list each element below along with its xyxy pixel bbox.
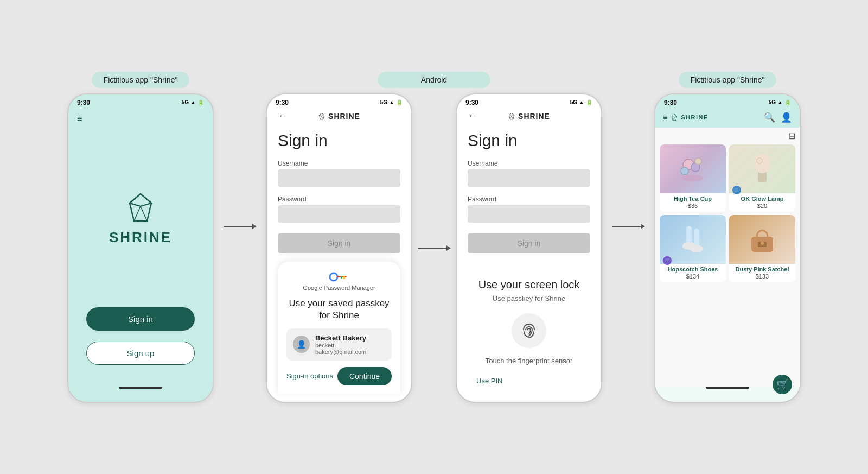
shrine-logo-icon-android1 [318,112,326,120]
arrow3 [612,226,644,227]
shrine2-product-content: ⊟ [655,128,800,387]
svg-line-17 [512,116,513,119]
back-icon-android1[interactable]: ← [278,110,288,122]
svg-point-29 [757,158,762,163]
product-img-hopscotch [660,215,726,264]
gpm-title: Use your saved passkey for Shrine [286,298,392,321]
product-card-hopscotch: 🛒 Hopscotch Shoes $134 [660,215,726,282]
high-tea-name: High Tea Cup [660,193,726,203]
android1-signin-btn[interactable]: Sign in [278,233,400,253]
filter-row: ⊟ [660,131,795,141]
continue-btn[interactable]: Continue [337,367,392,385]
svg-marker-7 [319,113,324,116]
profile-icon-shrine2[interactable]: 👤 [781,112,792,123]
ok-lamp-svg [746,150,778,188]
status-icons-shrine2: 5G ▲ 🔋 [769,99,791,105]
signal-icon-android1: ▲ [389,99,394,105]
phone-android-screenlock: 9:30 5G ▲ 🔋 ← [456,93,602,403]
arrow2-container [418,93,450,403]
arrow3-container [612,72,644,381]
svg-rect-13 [341,276,342,279]
signal-icon-shrine2: ▲ [777,99,783,105]
shrine-logo-icon-android2 [508,112,515,120]
section-shrine-right: Fictitious app "Shrine" 9:30 5G ▲ 🔋 ≡ [654,72,801,403]
android1-username-field[interactable] [278,169,400,187]
signal-icon-shrine1: ▲ [190,99,196,105]
float-cart-btn[interactable]: 🛒 [773,375,792,394]
svg-marker-19 [672,114,677,117]
screen-lock-sub: Use passkey for Shrine [476,294,582,302]
android2-username-field[interactable] [468,169,590,187]
android1-username-label: Username [278,160,400,167]
shrine1-buttons: Sign in Sign up [86,307,195,365]
time-android2: 9:30 [465,99,478,106]
shrine-diamond-icon [124,191,157,224]
time-android1: 9:30 [276,99,289,106]
dusty-name: Dusty Pink Satchel [729,264,795,273]
android2-password-field[interactable] [468,205,590,223]
high-tea-cup-svg [676,154,709,184]
search-icon-shrine2[interactable]: 🔍 [764,112,775,123]
svg-line-16 [510,116,512,119]
android1-screen: ← SHRINE Sign in Username [267,108,411,394]
svg-line-21 [674,117,676,121]
phone-shrine-products: 9:30 5G ▲ 🔋 ≡ [654,93,801,403]
android2-signin-btn[interactable]: Sign in [468,233,590,253]
android2-signin-title: Sign in [468,131,590,150]
shrine1-signin-btn[interactable]: Sign in [86,307,195,331]
product-grid: High Tea Cup $36 [660,144,795,282]
time-shrine1: 9:30 [77,99,90,106]
svg-line-5 [141,206,147,221]
account-email: beckett-bakery@gmail.com [315,342,385,355]
svg-point-33 [690,245,703,252]
status-icons-shrine1: 5G ▲ 🔋 [182,99,204,105]
menu-icon-shrine1[interactable]: ≡ [68,108,91,130]
android1-password-label: Password [278,195,400,203]
main-layout: Fictitious app "Shrine" 9:30 5G ▲ 🔋 ≡ [16,72,852,403]
shrine-topbar-logo-android2: SHRINE [508,112,550,121]
label-fictitious-right: Fictitious app "Shrine" [679,72,777,88]
battery-icon-android1: 🔋 [396,99,403,105]
status-bar-shrine2: 9:30 5G ▲ 🔋 [655,94,800,108]
svg-line-9 [322,116,323,119]
android2-password-label: Password [468,195,590,203]
sign-in-options-link[interactable]: Sign-in options [286,372,333,380]
svg-point-22 [682,175,704,181]
label-fictitious-left: Fictitious app "Shrine" [92,72,190,88]
account-name: Beckett Bakery [315,334,385,342]
android2-topbar: ← SHRINE [468,108,590,124]
android2-username-label: Username [468,160,590,167]
hopscotch-price: $134 [660,273,726,282]
ok-lamp-badge: 🛒 [732,186,741,194]
hopscotch-name: Hopscotch Shoes [660,264,726,273]
filter-icon[interactable]: ⊟ [788,131,795,141]
shrine2-diamond-icon [671,113,678,121]
status-bar-android1: 9:30 5G ▲ 🔋 [267,94,411,108]
menu-icon-shrine2[interactable]: ≡ [663,113,668,122]
dusty-price: $133 [729,273,795,282]
sheet-actions: Sign-in options Continue [286,367,392,385]
home-bar-shrine2 [706,387,749,389]
android1-password-field[interactable] [278,205,400,223]
shrine1-signup-btn[interactable]: Sign up [86,342,195,365]
android1-signin-title: Sign in [278,131,400,150]
dusty-satchel-svg [746,223,778,256]
shrine1-title: SHRINE [109,229,172,246]
phone-android-passkey: 9:30 5G ▲ 🔋 ← [266,93,412,403]
svg-rect-30 [686,226,692,245]
account-row[interactable]: 👤 Beckett Bakery beckett-bakery@gmail.co… [286,328,392,361]
label-android: Android [378,72,490,88]
ok-lamp-price: $20 [729,203,795,212]
android2-screen: ← SHRINE Sign in Username [457,108,601,394]
battery-icon-shrine2: 🔋 [784,99,791,105]
back-icon-android2[interactable]: ← [468,110,477,122]
battery-icon-android2: 🔋 [586,99,592,105]
product-card-dusty: Dusty Pink Satchel $133 [729,215,795,282]
shrine1-screen-content: ≡ SHRINE Sign in Sign [68,108,213,394]
shrine-topbar-logo-android1: SHRINE [318,112,360,121]
status-icons-android1: 5G ▲ 🔋 [380,99,403,105]
use-pin-link[interactable]: Use PIN [476,377,502,385]
account-avatar: 👤 [293,336,310,353]
gpm-header: Google Password Manager [286,271,392,291]
product-img-dusty [729,215,795,264]
